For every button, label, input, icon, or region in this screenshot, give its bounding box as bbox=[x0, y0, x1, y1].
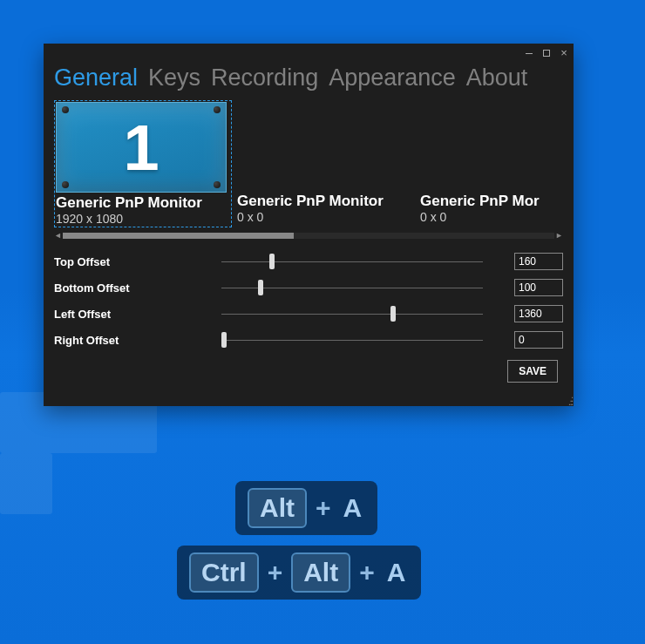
maximize-button[interactable] bbox=[542, 49, 551, 58]
bottom-offset-input[interactable] bbox=[514, 279, 563, 296]
slider-handle[interactable] bbox=[221, 332, 227, 348]
plus-icon: + bbox=[316, 493, 331, 523]
monitor-card-3[interactable]: Generic PnP Mor 0 x 0 bbox=[420, 100, 563, 227]
key-letter: A bbox=[340, 493, 366, 523]
close-button[interactable]: × bbox=[560, 49, 568, 58]
monitor-name: Generic PnP Mor bbox=[420, 193, 563, 210]
left-offset-label: Left Offset bbox=[54, 308, 211, 321]
slider-handle[interactable] bbox=[258, 280, 263, 295]
offset-row-right: Right Offset bbox=[54, 327, 563, 353]
settings-window: × General Keys Recording Appearance Abou… bbox=[44, 44, 574, 406]
osd-keys-1: Alt + A bbox=[235, 481, 377, 535]
monitor-name: Generic PnP Monitor bbox=[56, 194, 230, 212]
slider-handle[interactable] bbox=[390, 306, 396, 322]
bottom-offset-slider[interactable] bbox=[221, 279, 504, 296]
monitor-card-2[interactable]: Generic PnP Monitor 0 x 0 bbox=[237, 100, 415, 227]
top-offset-slider[interactable] bbox=[221, 253, 504, 270]
right-offset-slider[interactable] bbox=[221, 331, 504, 349]
monitor-resolution: 0 x 0 bbox=[420, 210, 563, 224]
left-offset-slider[interactable] bbox=[221, 305, 504, 322]
monitor-graphic: 1 bbox=[56, 102, 227, 193]
slider-handle[interactable] bbox=[269, 254, 275, 269]
monitor-card-1[interactable]: 1 Generic PnP Monitor 1920 x 1080 bbox=[54, 100, 232, 227]
key-letter: A bbox=[384, 558, 410, 587]
offset-row-bottom: Bottom Offset bbox=[54, 275, 563, 301]
tab-general[interactable]: General bbox=[54, 64, 138, 92]
osd-keys-2: Ctrl + Alt + A bbox=[177, 546, 421, 600]
scroll-right-icon[interactable]: ► bbox=[554, 231, 563, 240]
monitor-resolution: 1920 x 1080 bbox=[56, 212, 230, 226]
offset-row-left: Left Offset bbox=[54, 301, 563, 327]
tab-recording[interactable]: Recording bbox=[211, 64, 318, 92]
right-offset-input[interactable] bbox=[514, 331, 563, 349]
monitor-resolution: 0 x 0 bbox=[237, 210, 415, 224]
tab-appearance[interactable]: Appearance bbox=[329, 64, 456, 92]
plus-icon: + bbox=[268, 558, 283, 587]
top-offset-input[interactable] bbox=[514, 253, 563, 270]
resize-grip-icon[interactable]: .. .. . . bbox=[561, 394, 572, 404]
bottom-offset-label: Bottom Offset bbox=[54, 281, 211, 295]
monitor-number: 1 bbox=[123, 111, 159, 185]
plus-icon: + bbox=[359, 558, 375, 587]
titlebar: × bbox=[44, 44, 574, 63]
offset-row-top: Top Offset bbox=[54, 248, 563, 275]
scroll-left-icon[interactable]: ◄ bbox=[54, 231, 63, 240]
tab-keys[interactable]: Keys bbox=[148, 64, 200, 92]
tabs-row: General Keys Recording Appearance About bbox=[44, 63, 574, 100]
right-offset-label: Right Offset bbox=[54, 334, 211, 347]
top-offset-label: Top Offset bbox=[54, 255, 211, 268]
offsets-panel: Top Offset Bottom Offset Left Offset bbox=[54, 248, 563, 353]
key-alt: Alt bbox=[291, 552, 350, 593]
left-offset-input[interactable] bbox=[514, 305, 563, 322]
scroll-track[interactable] bbox=[63, 233, 554, 239]
key-ctrl: Ctrl bbox=[189, 552, 259, 593]
save-button[interactable]: SAVE bbox=[507, 360, 558, 383]
key-alt: Alt bbox=[248, 488, 307, 528]
monitor-name: Generic PnP Monitor bbox=[237, 193, 415, 210]
desktop-light-stripe bbox=[0, 453, 52, 514]
monitors-scrollbar[interactable]: ◄ ► bbox=[54, 231, 563, 240]
tab-about[interactable]: About bbox=[466, 64, 528, 92]
minimize-button[interactable] bbox=[525, 49, 533, 58]
scroll-thumb[interactable] bbox=[63, 233, 294, 239]
monitors-row: 1 Generic PnP Monitor 1920 x 1080 Generi… bbox=[54, 100, 563, 227]
